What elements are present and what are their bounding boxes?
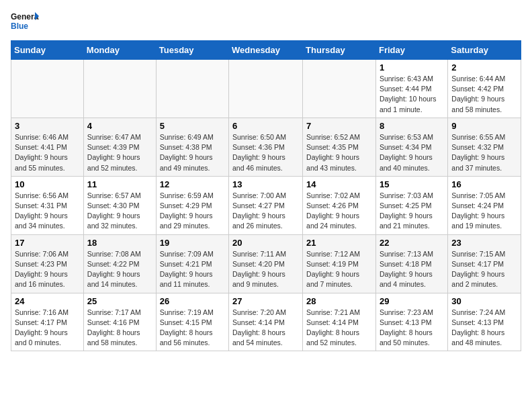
day-info: Sunrise: 7:23 AM Sunset: 4:13 PM Dayligh…	[380, 308, 444, 349]
weekday-header-sunday: Sunday	[11, 41, 84, 60]
day-number: 9	[451, 121, 517, 131]
calendar-cell: 28Sunrise: 7:21 AM Sunset: 4:14 PM Dayli…	[303, 293, 376, 351]
day-info: Sunrise: 7:17 AM Sunset: 4:16 PM Dayligh…	[87, 308, 152, 349]
calendar-cell: 26Sunrise: 7:19 AM Sunset: 4:15 PM Dayli…	[156, 293, 228, 351]
day-number: 16	[451, 179, 517, 189]
day-info: Sunrise: 7:08 AM Sunset: 4:22 PM Dayligh…	[87, 249, 152, 290]
day-number: 2	[451, 62, 517, 73]
day-info: Sunrise: 6:49 AM Sunset: 4:38 PM Dayligh…	[160, 132, 225, 173]
day-number: 21	[306, 238, 372, 248]
svg-text:Blue: Blue	[11, 21, 28, 31]
calendar-cell: 7Sunrise: 6:52 AM Sunset: 4:35 PM Daylig…	[303, 118, 376, 176]
calendar-cell: 5Sunrise: 6:49 AM Sunset: 4:38 PM Daylig…	[156, 118, 228, 176]
calendar-week-row: 10Sunrise: 6:56 AM Sunset: 4:31 PM Dayli…	[11, 176, 521, 234]
calendar-table: SundayMondayTuesdayWednesdayThursdayFrid…	[11, 40, 521, 351]
day-info: Sunrise: 6:50 AM Sunset: 4:36 PM Dayligh…	[232, 132, 299, 173]
calendar-cell: 6Sunrise: 6:50 AM Sunset: 4:36 PM Daylig…	[229, 118, 303, 176]
calendar-cell: 15Sunrise: 7:03 AM Sunset: 4:25 PM Dayli…	[375, 176, 447, 234]
day-info: Sunrise: 7:24 AM Sunset: 4:13 PM Dayligh…	[451, 308, 517, 349]
day-number: 7	[306, 121, 372, 131]
day-number: 18	[87, 238, 152, 248]
weekday-header-friday: Friday	[375, 41, 447, 60]
day-info: Sunrise: 7:21 AM Sunset: 4:14 PM Dayligh…	[306, 308, 372, 349]
calendar-cell: 22Sunrise: 7:13 AM Sunset: 4:18 PM Dayli…	[375, 234, 447, 293]
day-number: 5	[160, 121, 225, 131]
day-info: Sunrise: 6:57 AM Sunset: 4:30 PM Dayligh…	[87, 191, 152, 232]
calendar-cell: 18Sunrise: 7:08 AM Sunset: 4:22 PM Dayli…	[83, 234, 156, 293]
day-info: Sunrise: 7:16 AM Sunset: 4:17 PM Dayligh…	[15, 308, 80, 349]
day-info: Sunrise: 7:00 AM Sunset: 4:27 PM Dayligh…	[232, 191, 299, 232]
logo-svg: General Blue	[11, 11, 39, 32]
day-number: 10	[15, 179, 80, 189]
calendar-cell: 21Sunrise: 7:12 AM Sunset: 4:19 PM Dayli…	[303, 234, 376, 293]
calendar-cell: 25Sunrise: 7:17 AM Sunset: 4:16 PM Dayli…	[83, 293, 156, 351]
weekday-header-thursday: Thursday	[303, 41, 376, 60]
day-info: Sunrise: 7:19 AM Sunset: 4:15 PM Dayligh…	[160, 308, 225, 349]
calendar-cell: 3Sunrise: 6:46 AM Sunset: 4:41 PM Daylig…	[11, 118, 84, 176]
calendar-cell: 27Sunrise: 7:20 AM Sunset: 4:14 PM Dayli…	[229, 293, 303, 351]
calendar-cell: 9Sunrise: 6:55 AM Sunset: 4:32 PM Daylig…	[448, 118, 521, 176]
day-info: Sunrise: 6:55 AM Sunset: 4:32 PM Dayligh…	[451, 132, 517, 173]
day-info: Sunrise: 7:06 AM Sunset: 4:23 PM Dayligh…	[15, 249, 80, 290]
calendar-cell	[11, 60, 84, 118]
day-number: 6	[232, 121, 299, 131]
calendar-week-row: 24Sunrise: 7:16 AM Sunset: 4:17 PM Dayli…	[11, 293, 521, 351]
day-number: 26	[160, 296, 225, 306]
day-info: Sunrise: 7:20 AM Sunset: 4:14 PM Dayligh…	[232, 308, 299, 349]
day-number: 22	[380, 238, 444, 248]
day-info: Sunrise: 7:05 AM Sunset: 4:24 PM Dayligh…	[451, 191, 517, 232]
calendar-cell: 12Sunrise: 6:59 AM Sunset: 4:29 PM Dayli…	[156, 176, 228, 234]
calendar-cell	[303, 60, 376, 118]
day-number: 28	[306, 296, 372, 306]
day-number: 4	[87, 121, 152, 131]
calendar-cell: 30Sunrise: 7:24 AM Sunset: 4:13 PM Dayli…	[448, 293, 521, 351]
weekday-header-wednesday: Wednesday	[229, 41, 303, 60]
calendar-cell	[83, 60, 156, 118]
calendar-week-row: 17Sunrise: 7:06 AM Sunset: 4:23 PM Dayli…	[11, 234, 521, 293]
day-info: Sunrise: 7:12 AM Sunset: 4:19 PM Dayligh…	[306, 249, 372, 290]
weekday-header-monday: Monday	[83, 41, 156, 60]
day-info: Sunrise: 7:13 AM Sunset: 4:18 PM Dayligh…	[380, 249, 444, 290]
weekday-header-tuesday: Tuesday	[156, 41, 228, 60]
day-number: 1	[380, 62, 444, 73]
day-number: 8	[380, 121, 444, 131]
day-number: 19	[160, 238, 225, 248]
day-info: Sunrise: 7:09 AM Sunset: 4:21 PM Dayligh…	[160, 249, 225, 290]
day-info: Sunrise: 7:02 AM Sunset: 4:26 PM Dayligh…	[306, 191, 372, 232]
day-info: Sunrise: 7:03 AM Sunset: 4:25 PM Dayligh…	[380, 191, 444, 232]
day-number: 29	[380, 296, 444, 306]
calendar-cell: 17Sunrise: 7:06 AM Sunset: 4:23 PM Dayli…	[11, 234, 84, 293]
day-number: 11	[87, 179, 152, 189]
day-number: 3	[15, 121, 80, 131]
calendar-cell: 8Sunrise: 6:53 AM Sunset: 4:34 PM Daylig…	[375, 118, 447, 176]
calendar-week-row: 1Sunrise: 6:43 AM Sunset: 4:44 PM Daylig…	[11, 60, 521, 118]
calendar-cell: 11Sunrise: 6:57 AM Sunset: 4:30 PM Dayli…	[83, 176, 156, 234]
day-info: Sunrise: 6:59 AM Sunset: 4:29 PM Dayligh…	[160, 191, 225, 232]
day-info: Sunrise: 6:52 AM Sunset: 4:35 PM Dayligh…	[306, 132, 372, 173]
day-number: 17	[15, 238, 80, 248]
logo: General Blue	[11, 11, 39, 32]
calendar-cell	[229, 60, 303, 118]
day-info: Sunrise: 7:11 AM Sunset: 4:20 PM Dayligh…	[232, 249, 299, 290]
calendar-cell	[156, 60, 228, 118]
calendar-cell: 4Sunrise: 6:47 AM Sunset: 4:39 PM Daylig…	[83, 118, 156, 176]
day-info: Sunrise: 6:44 AM Sunset: 4:42 PM Dayligh…	[451, 74, 517, 115]
day-number: 15	[380, 179, 444, 189]
weekday-header-saturday: Saturday	[448, 41, 521, 60]
day-number: 20	[232, 238, 299, 248]
day-info: Sunrise: 6:53 AM Sunset: 4:34 PM Dayligh…	[380, 132, 444, 173]
day-number: 25	[87, 296, 152, 306]
calendar-header-row: SundayMondayTuesdayWednesdayThursdayFrid…	[11, 41, 521, 60]
calendar-cell: 14Sunrise: 7:02 AM Sunset: 4:26 PM Dayli…	[303, 176, 376, 234]
day-info: Sunrise: 7:15 AM Sunset: 4:17 PM Dayligh…	[451, 249, 517, 290]
calendar-cell: 1Sunrise: 6:43 AM Sunset: 4:44 PM Daylig…	[375, 60, 447, 118]
day-number: 30	[451, 296, 517, 306]
day-info: Sunrise: 6:47 AM Sunset: 4:39 PM Dayligh…	[87, 132, 152, 173]
calendar-cell: 20Sunrise: 7:11 AM Sunset: 4:20 PM Dayli…	[229, 234, 303, 293]
day-info: Sunrise: 6:56 AM Sunset: 4:31 PM Dayligh…	[15, 191, 80, 232]
calendar-cell: 19Sunrise: 7:09 AM Sunset: 4:21 PM Dayli…	[156, 234, 228, 293]
day-number: 27	[232, 296, 299, 306]
day-number: 24	[15, 296, 80, 306]
calendar-cell: 13Sunrise: 7:00 AM Sunset: 4:27 PM Dayli…	[229, 176, 303, 234]
calendar-week-row: 3Sunrise: 6:46 AM Sunset: 4:41 PM Daylig…	[11, 118, 521, 176]
